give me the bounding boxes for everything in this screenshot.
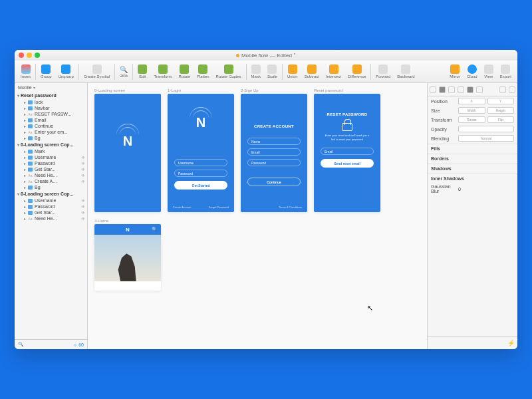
cloud-button[interactable]: Cloud [464, 65, 481, 78]
layer-item[interactable]: ▸Navbar [15, 105, 87, 111]
traffic-lights [15, 53, 40, 58]
ungroup-button[interactable]: Ungroup [55, 65, 77, 78]
scale-button[interactable]: Scale [264, 65, 281, 78]
forward-button[interactable]: Forward [372, 65, 394, 78]
layer-item[interactable]: ▸Username👁 [15, 154, 87, 160]
folder-icon [28, 106, 33, 110]
artboard[interactable]: Reset passwordRESET PASSWORDEnter your e… [314, 88, 380, 212]
artboard[interactable]: 0-Loading screenN [94, 88, 161, 212]
visibility-icon[interactable]: 👁 [81, 217, 85, 221]
layer-item[interactable]: ▸Get Star...👁 [15, 166, 87, 172]
canvas[interactable]: 0-Loading screenN1-LoginNUsernamePasswor… [88, 83, 427, 349]
align-tools[interactable] [428, 83, 517, 96]
search-icon[interactable]: 🔍 [152, 227, 158, 232]
property-input[interactable]: Rotate [458, 116, 485, 123]
artboard[interactable]: 1-LoginNUsernamePasswordGet StartedCreat… [168, 88, 234, 212]
visibility-icon[interactable]: 👁 [81, 156, 85, 160]
backward-button[interactable]: Backward [394, 65, 418, 78]
layer-item[interactable]: ▸Bg [15, 135, 87, 141]
folder-icon [28, 100, 33, 104]
layer-item[interactable]: ▸Get Star...👁 [15, 209, 87, 215]
pages-dropdown[interactable]: Mobile ▾ [15, 83, 87, 92]
transform-button[interactable]: Transform [150, 65, 175, 78]
text-layer-icon: Aa [28, 174, 33, 178]
layer-item[interactable]: ▸Bg [15, 184, 87, 190]
folder-icon [28, 118, 33, 122]
visibility-icon[interactable]: 👁 [81, 162, 85, 166]
layer-item[interactable]: ▸AaNeed He...👁 [15, 172, 87, 178]
rotate-button[interactable]: Rotate [176, 65, 194, 78]
search-icon[interactable]: 🔍 [18, 342, 24, 347]
layer-item[interactable]: ▸AaRESET PASSW... [15, 111, 87, 117]
union-button[interactable]: Union [284, 65, 301, 78]
layer-item[interactable]: ▸Continue [15, 123, 87, 129]
zoom-icon[interactable] [35, 53, 40, 58]
layer-tree[interactable]: ▾ Reset password▸lock▸Navbar▸AaRESET PAS… [15, 92, 87, 339]
layer-item[interactable]: ▸Password👁 [15, 203, 87, 209]
inspector-section[interactable]: Fills [428, 144, 517, 153]
layer-group[interactable]: ▾ 0-Loading screen Cop... [15, 141, 87, 148]
property-input[interactable]: Normal [458, 135, 514, 142]
edited-dot-icon [236, 54, 239, 57]
intersect-button[interactable]: Intersect [323, 65, 344, 78]
property-input[interactable]: X [458, 98, 485, 104]
group-button[interactable]: Group [37, 65, 55, 78]
inspector-section[interactable]: Inner Shadows [428, 174, 517, 183]
view-button[interactable]: View [481, 65, 497, 78]
visibility-icon[interactable]: 👁 [81, 205, 85, 209]
folder-icon [28, 150, 33, 154]
folder-icon [28, 136, 33, 140]
layer-item[interactable]: ▸lock [15, 99, 87, 105]
rotate-copies-button[interactable]: Rotate Copies [213, 65, 245, 78]
toolbar: Insert Group Ungroup Create Symbol 🔍26% … [15, 61, 517, 83]
artboard[interactable]: 4-HomeN🔍 [94, 219, 161, 291]
layer-group[interactable]: ▾ 0-Loading screen Cop... [15, 190, 87, 198]
layer-group[interactable]: ▾ Reset password [15, 92, 87, 99]
layer-item[interactable]: ▸Mark [15, 148, 87, 154]
visibility-icon[interactable]: 👁 [81, 211, 85, 215]
zoom-control[interactable]: 🔍26% [116, 66, 131, 78]
artboard-label[interactable]: 0-Loading screen [94, 88, 161, 92]
export-button[interactable]: Export [497, 65, 515, 78]
titlebar[interactable]: Mobile flow — Edited ˅ [15, 50, 517, 61]
insert-button[interactable]: Insert [17, 65, 34, 78]
inspector-row: PositionXY [428, 96, 517, 106]
text-layer-icon: Aa [28, 217, 33, 221]
artboard-label[interactable]: 1-Login [168, 88, 234, 92]
visibility-icon[interactable]: 👁 [81, 199, 85, 203]
layer-item[interactable]: ▸AaNeed He...👁 [15, 215, 87, 221]
layer-item[interactable]: ▸Email [15, 117, 87, 123]
property-input[interactable]: Flip [487, 116, 515, 123]
layer-item[interactable]: ▸AaEnter your em... [15, 129, 87, 135]
layer-item[interactable]: ▸AaCreate A...👁 [15, 178, 87, 184]
property-input[interactable] [458, 126, 514, 132]
property-input[interactable]: Height [487, 107, 515, 114]
visibility-icon[interactable]: 👁 [81, 174, 85, 178]
visibility-icon[interactable]: 👁 [81, 180, 85, 184]
property-input[interactable]: Width [458, 107, 485, 114]
subtract-button[interactable]: Subtract [301, 65, 323, 78]
artboard-label[interactable]: 2-Sign Up [241, 88, 307, 92]
text-layer-icon: Aa [28, 180, 33, 184]
difference-button[interactable]: Difference [344, 65, 369, 78]
artboard-label[interactable]: Reset password [314, 88, 380, 92]
filter-icon[interactable]: ⟐ [74, 342, 76, 347]
artboard[interactable]: 2-Sign UpCREATE ACCOUNTNameEmailPassword… [241, 88, 307, 212]
property-input[interactable]: Y [487, 98, 515, 104]
minimize-icon[interactable] [27, 53, 32, 58]
inspector-section[interactable]: Borders [428, 154, 517, 163]
bolt-icon[interactable]: ⚡ [428, 336, 517, 349]
inspector-section[interactable]: Shadows [428, 164, 517, 173]
layer-item[interactable]: ▸Password👁 [15, 160, 87, 166]
visibility-icon[interactable]: 👁 [81, 168, 85, 172]
inspector-row: Opacity [428, 124, 517, 134]
close-icon[interactable] [19, 53, 24, 58]
create-symbol-button[interactable]: Create Symbol [80, 65, 114, 78]
mask-button[interactable]: Mask [248, 65, 264, 78]
flatten-button[interactable]: Flatten [194, 65, 212, 78]
mirror-button[interactable]: Mirror [446, 65, 464, 78]
edit-button[interactable]: Edit [134, 65, 150, 78]
layer-item[interactable]: ▸Username👁 [15, 198, 87, 203]
filter-count: 60 [78, 342, 84, 347]
artboard-label[interactable]: 4-Home [94, 219, 161, 223]
